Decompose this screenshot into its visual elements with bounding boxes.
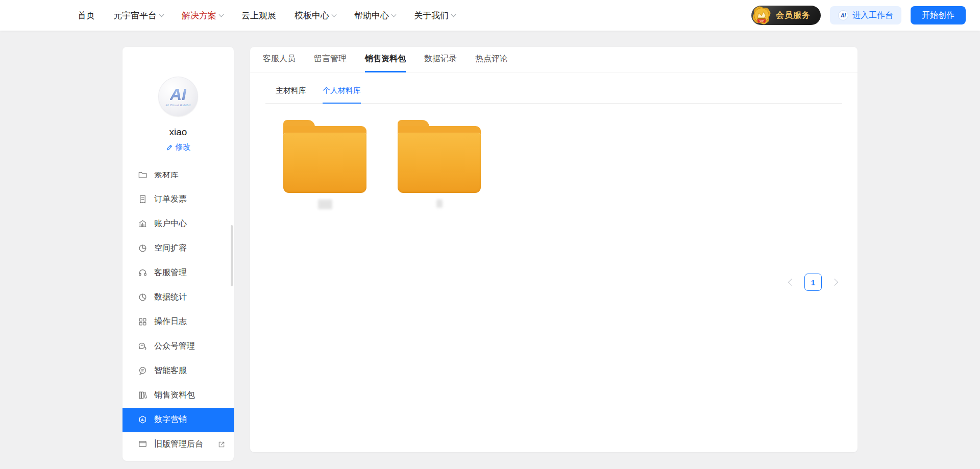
chart-pie-icon — [138, 292, 148, 302]
pie-chart-icon — [138, 243, 148, 253]
folder-icon — [283, 120, 366, 193]
sidebar-item-material-library[interactable]: 素材库 — [122, 172, 234, 187]
grid-icon — [138, 317, 148, 327]
chevron-down-icon — [159, 12, 164, 17]
edit-profile-link[interactable]: 修改 — [166, 142, 191, 152]
pagination: 1 — [789, 274, 837, 291]
avatar: AI AI Cloud Exhibit — [158, 77, 198, 116]
wechat-icon — [138, 341, 148, 351]
tab-data-records[interactable]: 数据记录 — [424, 47, 457, 72]
invoice-icon — [138, 194, 148, 204]
tab-sales-kit[interactable]: 销售资料包 — [365, 47, 406, 72]
nav-item-solutions[interactable]: 解决方案 — [182, 10, 223, 21]
pencil-icon — [166, 144, 173, 151]
nav-item-cloud-exhibition[interactable]: 云上观展 — [241, 10, 276, 21]
books-icon — [138, 390, 148, 400]
sidebar-item-space-expansion[interactable]: 空间扩容 — [122, 236, 234, 261]
monitor-icon — [138, 439, 148, 449]
avatar-subtext: AI Cloud Exhibit — [165, 104, 190, 107]
sidebar-item-customer-service-mgmt[interactable]: 客服管理 — [122, 261, 234, 285]
profile-block: AI AI Cloud Exhibit xiao 修改 — [122, 77, 234, 153]
page: 首页 元宇宙平台 解决方案 云上观展 模板中心 帮助中心 关于我们 — [0, 0, 980, 469]
hexagon-chart-icon — [138, 415, 148, 425]
start-create-button[interactable]: 开始创作 — [911, 6, 966, 24]
sidebar-item-official-account-mgmt[interactable]: 公众号管理 — [122, 334, 234, 359]
ai-logo-icon: AI — [838, 10, 848, 20]
chat-icon — [138, 366, 148, 376]
content-panel: 客服人员 留言管理 销售资料包 数据记录 热点评论 主材料库 个人材料库 — [250, 47, 857, 452]
main-nav: 首页 元宇宙平台 解决方案 云上观展 模板中心 帮助中心 关于我们 — [0, 10, 455, 21]
sidebar-menu-viewport: 素材库 订单发票 账户中心 空间扩容 客服管理 — [122, 172, 234, 461]
nav-item-metaverse-platform[interactable]: 元宇宙平台 — [113, 10, 163, 21]
sidebar-item-data-statistics[interactable]: 数据统计 — [122, 285, 234, 310]
folder-icon — [138, 172, 148, 180]
tab-content: 主材料库 个人材料库 1 — [250, 86, 857, 452]
folder-icon — [398, 120, 481, 193]
pagination-next-icon[interactable] — [831, 279, 838, 286]
subtab-personal-library[interactable]: 个人材料库 — [323, 86, 361, 104]
pagination-page-1[interactable]: 1 — [804, 274, 822, 291]
subtab-main-library[interactable]: 主材料库 — [276, 86, 306, 104]
nav-item-about-us[interactable]: 关于我们 — [414, 10, 455, 21]
headset-icon — [138, 268, 148, 278]
enter-workspace-button[interactable]: AI 进入工作台 — [830, 6, 901, 24]
vip-badge-label: 会员服务 — [776, 10, 811, 21]
vip-membership-badge[interactable]: VIP 会员服务 — [751, 6, 821, 25]
sidebar-menu: 素材库 订单发票 账户中心 空间扩容 客服管理 — [122, 172, 234, 457]
sidebar-item-operation-log[interactable]: 操作日志 — [122, 310, 234, 334]
bank-icon — [138, 219, 148, 229]
sidebar-item-digital-marketing[interactable]: 数字营销 — [122, 408, 234, 432]
folder-grid — [283, 120, 857, 209]
avatar-ai-logo: AI — [170, 86, 186, 103]
chevron-down-icon — [451, 12, 456, 17]
tab-customer-service-staff[interactable]: 客服人员 — [263, 47, 296, 72]
folder-label-redacted — [436, 200, 443, 208]
nav-item-template-center[interactable]: 模板中心 — [295, 10, 336, 21]
nav-item-home[interactable]: 首页 — [78, 10, 95, 21]
sidebar-item-smart-customer-service[interactable]: 智能客服 — [122, 359, 234, 383]
chevron-down-icon — [391, 12, 397, 17]
sidebar-item-legacy-admin[interactable]: 旧版管理后台 — [122, 432, 234, 457]
sidebar: AI AI Cloud Exhibit xiao 修改 素材库 订单发票 — [122, 47, 234, 461]
sidebar-item-sales-kit[interactable]: 销售资料包 — [122, 383, 234, 408]
sidebar-scrollbar[interactable] — [231, 225, 233, 286]
pagination-prev-icon[interactable] — [788, 279, 795, 286]
vip-medal-icon: VIP — [749, 3, 774, 28]
folder-label-redacted — [318, 200, 332, 209]
folder-item[interactable] — [283, 120, 366, 209]
username: xiao — [122, 127, 234, 138]
external-link-icon — [217, 440, 226, 449]
main-tabs: 客服人员 留言管理 销售资料包 数据记录 热点评论 — [250, 47, 857, 72]
library-subtabs: 主材料库 个人材料库 — [265, 86, 842, 104]
navbar-actions: VIP 会员服务 AI 进入工作台 开始创作 — [751, 6, 980, 25]
tab-message-management[interactable]: 留言管理 — [314, 47, 347, 72]
sidebar-item-account-center[interactable]: 账户中心 — [122, 212, 234, 236]
sidebar-item-order-invoice[interactable]: 订单发票 — [122, 187, 234, 212]
svg-text:VIP: VIP — [760, 19, 764, 22]
tab-hot-comments[interactable]: 热点评论 — [475, 47, 508, 72]
chevron-down-icon — [332, 12, 337, 17]
top-navbar: 首页 元宇宙平台 解决方案 云上观展 模板中心 帮助中心 关于我们 — [0, 0, 980, 31]
chevron-down-icon — [219, 12, 224, 17]
nav-item-help-center[interactable]: 帮助中心 — [354, 10, 396, 21]
folder-item[interactable] — [398, 120, 481, 209]
